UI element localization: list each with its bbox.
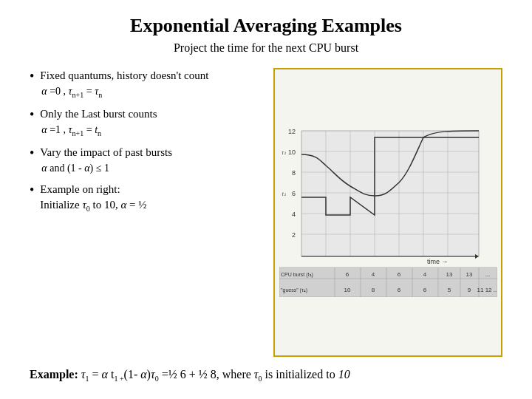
- main-title: Exponential Averaging Examples: [30, 15, 502, 37]
- bullet-1-content: Fixed quantums, history doesn't count α …: [40, 68, 208, 100]
- subtitle: Project the time for the next CPU burst: [30, 41, 502, 55]
- bullet-4-content: Example on right: Initialize τ0 to 10, α…: [40, 182, 146, 214]
- bullet-dot-1: •: [30, 68, 34, 85]
- svg-text:6: 6: [397, 271, 400, 278]
- chart-container: 12 10 8 6 4 2 τ₁ t₁ time: [273, 68, 502, 357]
- svg-text:12: 12: [287, 128, 295, 135]
- content-area: • Fixed quantums, history doesn't count …: [30, 68, 502, 357]
- bullet-3: • Vary the impact of past bursts α and (…: [30, 145, 266, 176]
- svg-text:10: 10: [344, 287, 350, 293]
- svg-text:4: 4: [291, 211, 295, 218]
- bullet-dot-4: •: [30, 182, 34, 199]
- svg-text:t₁: t₁: [282, 191, 285, 197]
- left-column: • Fixed quantums, history doesn't count …: [30, 68, 266, 357]
- bullet-4: • Example on right: Initialize τ0 to 10,…: [30, 182, 266, 214]
- bullet-4-text: Example on right: Initialize τ0 to 10, α…: [40, 183, 146, 211]
- svg-text:9: 9: [467, 287, 471, 293]
- svg-text:11  12  ...: 11 12 ...: [477, 287, 497, 293]
- svg-text:"guess" (τ₁): "guess" (τ₁): [281, 287, 307, 293]
- svg-text:time →: time →: [427, 258, 449, 265]
- bullet-2-formula: α =1 , τn+1 = tn: [41, 124, 101, 135]
- svg-text:13: 13: [466, 271, 472, 278]
- bullet-1: • Fixed quantums, history doesn't count …: [30, 68, 266, 100]
- svg-rect-0: [301, 131, 479, 256]
- bullet-3-content: Vary the impact of past bursts α and (1 …: [40, 145, 172, 176]
- svg-text:10: 10: [287, 149, 295, 156]
- bullet-dot-3: •: [30, 145, 34, 162]
- bullet-2-content: Only the Last burst counts α =1 , τn+1 =…: [40, 106, 157, 139]
- svg-text:5: 5: [447, 287, 451, 293]
- svg-text:τ₁: τ₁: [282, 149, 286, 156]
- chart-svg: 12 10 8 6 4 2 τ₁ t₁ time: [279, 127, 497, 297]
- svg-text:2: 2: [291, 231, 295, 239]
- bottom-formula: Example: τ1 = α t1 +(1- α)τ0 =½ 6 + ½ 8,…: [30, 366, 502, 384]
- bullet-1-formula: α =0 , τn+1 = τn: [41, 86, 102, 97]
- svg-text:6: 6: [397, 287, 400, 293]
- svg-text:6: 6: [291, 190, 295, 197]
- svg-text:4: 4: [371, 271, 375, 278]
- svg-text:8: 8: [371, 287, 375, 293]
- svg-text:13: 13: [446, 271, 452, 278]
- svg-text:4: 4: [423, 271, 426, 278]
- bullet-1-text: Fixed quantums, history doesn't count: [40, 69, 208, 81]
- bullet-3-text: Vary the impact of past bursts: [40, 146, 172, 158]
- bullet-dot-2: •: [30, 106, 34, 123]
- bullet-2: • Only the Last burst counts α =1 , τn+1…: [30, 106, 266, 139]
- svg-text:6: 6: [345, 271, 349, 278]
- bullet-3-formula: α and (1 - α) ≤ 1: [41, 163, 109, 174]
- svg-text:8: 8: [291, 169, 295, 177]
- bullet-2-text: Only the Last burst counts: [40, 108, 157, 120]
- svg-text:6: 6: [423, 287, 426, 293]
- page: Exponential Averaging Examples Project t…: [0, 0, 532, 399]
- svg-text:CPU burst (t₁): CPU burst (t₁): [281, 272, 313, 278]
- svg-text:...: ...: [485, 271, 490, 278]
